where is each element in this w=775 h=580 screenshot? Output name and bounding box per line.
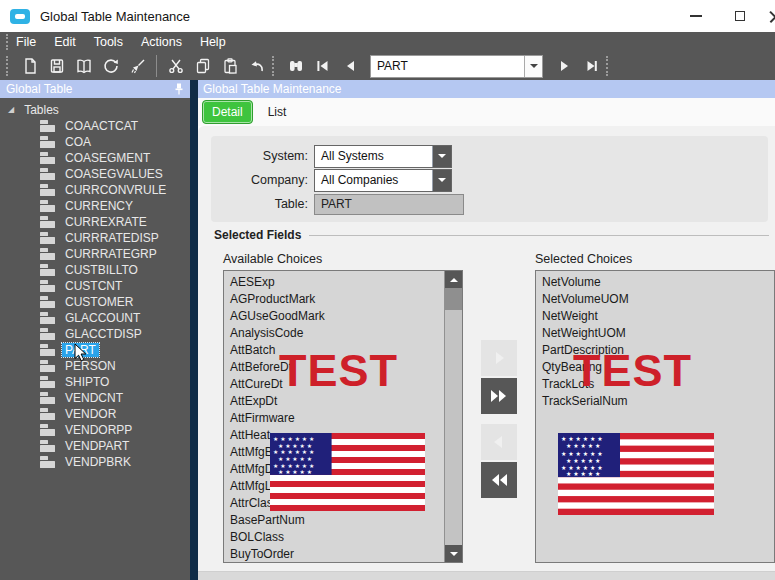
tree-item-table[interactable]: PART (0, 342, 190, 358)
tree-item-table[interactable]: CURREXRATE (0, 214, 190, 230)
tree-item-table[interactable]: PERSON (0, 358, 190, 374)
drag-grip[interactable] (6, 34, 10, 50)
tab-list[interactable]: List (259, 101, 296, 123)
tree-item-table[interactable]: COASEGVALUES (0, 166, 190, 182)
list-item[interactable]: AGProductMark (230, 291, 462, 308)
company-dropdown-button[interactable] (432, 170, 451, 191)
menu-item[interactable]: File (16, 35, 36, 49)
tree-item-table[interactable]: CURRENCY (0, 198, 190, 214)
tree-root-tables[interactable]: ◢ Tables (0, 102, 190, 118)
list-item[interactable]: AttFirmware (230, 410, 462, 427)
tree-item-table[interactable]: COASEGMENT (0, 150, 190, 166)
list-item[interactable]: TrackSerialNum (542, 393, 774, 410)
tree-item-table[interactable]: CURRCONVRULE (0, 182, 190, 198)
clean-button[interactable] (124, 54, 151, 78)
tree-item-table[interactable]: COAACTCAT (0, 118, 190, 134)
menu-items: FileEditToolsActionsHelp (16, 35, 244, 49)
last-record-button[interactable] (577, 54, 604, 78)
list-item[interactable]: AttMfgLot (230, 478, 462, 495)
save-button[interactable] (43, 54, 70, 78)
tree-item-table[interactable]: CUSTBILLTO (0, 262, 190, 278)
tree-item-table[interactable]: GLACCTDISP (0, 326, 190, 342)
menu-item[interactable]: Actions (141, 35, 182, 49)
maximize-button[interactable] (718, 0, 762, 32)
tree-item-label: CURRRATEGRP (62, 247, 160, 261)
record-selector-value: PART (377, 59, 408, 73)
list-item[interactable]: BuyToOrder (230, 546, 462, 563)
record-selector-combobox[interactable]: PART (370, 55, 543, 78)
list-item[interactable]: AttBatch (230, 342, 462, 359)
list-item[interactable]: PartDescription (542, 342, 774, 359)
list-item[interactable]: TrackLots (542, 376, 774, 393)
tree-item-table[interactable]: CURRRATEGRP (0, 246, 190, 262)
vertical-scrollbar[interactable] (444, 271, 462, 562)
find-button[interactable] (282, 54, 309, 78)
list-item[interactable]: NetVolume (542, 274, 774, 291)
scrollbar-thumb[interactable] (445, 288, 462, 310)
save-icon (48, 57, 66, 75)
next-record-button[interactable] (550, 54, 577, 78)
undo-button[interactable] (243, 54, 270, 78)
tree-item-table[interactable]: VENDOR (0, 406, 190, 422)
list-item[interactable]: AttCureDt (230, 376, 462, 393)
panel-splitter[interactable] (190, 80, 198, 580)
list-item[interactable]: BasePartNum (230, 512, 462, 529)
copy-button[interactable] (189, 54, 216, 78)
move-right-button[interactable] (481, 340, 517, 376)
record-selector-dropdown-button[interactable] (524, 56, 542, 77)
tree-item-table[interactable]: CUSTOMER (0, 294, 190, 310)
tree-item-table[interactable]: CUSTCNT (0, 278, 190, 294)
list-item[interactable]: AnalysisCode (230, 325, 462, 342)
tree-item-table[interactable]: GLACCOUNT (0, 310, 190, 326)
list-item[interactable]: BOLClass (230, 529, 462, 546)
menu-item[interactable]: Tools (94, 35, 123, 49)
tree-item-table[interactable]: SHIPTO (0, 374, 190, 390)
move-all-right-button[interactable] (481, 378, 517, 414)
drag-grip[interactable] (606, 56, 610, 76)
previous-record-button[interactable] (336, 54, 363, 78)
list-item[interactable]: AttExpDt (230, 393, 462, 410)
list-item[interactable]: NetWeight (542, 308, 774, 325)
move-all-left-button[interactable] (481, 462, 517, 498)
tree-expander-icon[interactable]: ◢ (8, 106, 14, 114)
pin-icon[interactable] (174, 83, 184, 95)
minimize-button[interactable] (674, 0, 718, 32)
company-value: All Companies (321, 173, 398, 187)
menu-item[interactable]: Edit (54, 35, 76, 49)
tree-item-table[interactable]: VENDPBRK (0, 454, 190, 470)
system-combobox[interactable]: All Systems (314, 145, 452, 168)
list-item[interactable]: AttMfgBatch (230, 444, 462, 461)
paste-button[interactable] (216, 54, 243, 78)
list-item[interactable]: AttrClassID (230, 495, 462, 512)
refresh-button[interactable] (97, 54, 124, 78)
list-item[interactable]: AGUseGoodMark (230, 308, 462, 325)
list-item[interactable]: QtyBearing (542, 359, 774, 376)
open-button[interactable] (70, 54, 97, 78)
new-button[interactable] (16, 54, 43, 78)
cut-button[interactable] (162, 54, 189, 78)
list-item[interactable]: AttMfgDt (230, 461, 462, 478)
list-item[interactable]: NetVolumeUOM (542, 291, 774, 308)
company-combobox[interactable]: All Companies (314, 169, 452, 192)
tree-item-table[interactable]: VENDORPP (0, 422, 190, 438)
scroll-down-button[interactable] (445, 545, 462, 562)
system-dropdown-button[interactable] (432, 146, 451, 167)
list-item[interactable]: AttBeforeDt (230, 359, 462, 376)
scroll-up-button[interactable] (445, 271, 462, 288)
tree-item-table[interactable]: VENDCNT (0, 390, 190, 406)
menu-item[interactable]: Help (200, 35, 226, 49)
move-left-button[interactable] (481, 424, 517, 460)
first-record-button[interactable] (309, 54, 336, 78)
tab-detail[interactable]: Detail (202, 100, 253, 124)
tree-item-table[interactable]: COA (0, 134, 190, 150)
available-choices-listbox[interactable]: AESExpAGProductMarkAGUseGoodMarkAnalysis… (223, 270, 463, 563)
list-item[interactable]: NetWeightUOM (542, 325, 774, 342)
close-button[interactable] (762, 0, 775, 32)
drag-grip[interactable] (6, 56, 10, 76)
drag-grip[interactable] (272, 56, 276, 76)
tree-item-table[interactable]: VENDPART (0, 438, 190, 454)
tree-item-table[interactable]: CURRRATEDISP (0, 230, 190, 246)
selected-choices-listbox[interactable]: NetVolumeNetVolumeUOMNetWeightNetWeightU… (535, 270, 775, 563)
list-item[interactable]: AttHeat (230, 427, 462, 444)
list-item[interactable]: AESExp (230, 274, 462, 291)
